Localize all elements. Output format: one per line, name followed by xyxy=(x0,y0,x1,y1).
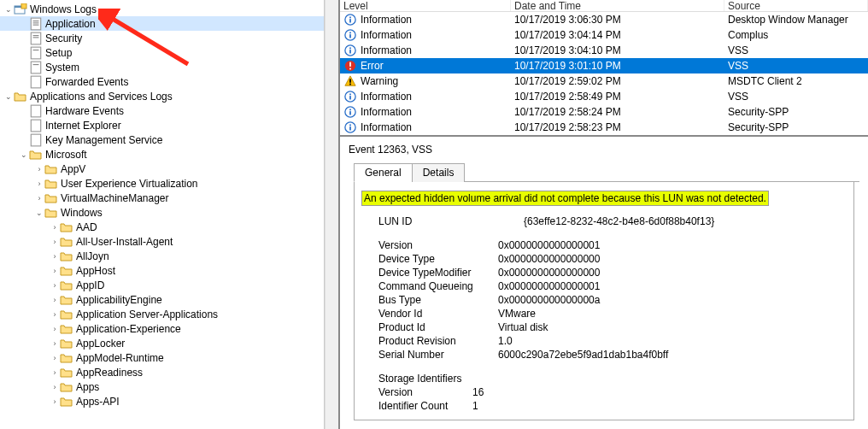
log-file-icon xyxy=(29,32,43,44)
tree-node-appHost[interactable]: ›AppHost xyxy=(0,263,324,278)
chevron-right-icon[interactable]: › xyxy=(50,382,60,392)
event-row[interactable]: Warning10/17/2019 2:59:02 PMMSDTC Client… xyxy=(340,73,868,89)
folder-icon xyxy=(60,367,73,379)
event-row[interactable]: Information10/17/2019 2:58:24 PMSecurity… xyxy=(340,104,868,120)
tree-node-setup[interactable]: Setup xyxy=(0,45,324,60)
tree-label: Application Server-Applications xyxy=(76,309,218,320)
tree-node-apps[interactable]: ›Apps xyxy=(0,379,324,394)
tree-node-kms[interactable]: Key Management Service xyxy=(0,132,324,147)
tree-node-allUser[interactable]: ›All-User-Install-Agent xyxy=(0,234,324,249)
event-row[interactable]: Information10/17/2019 3:04:14 PMComplus xyxy=(340,27,868,43)
tree-label: AAD xyxy=(76,221,97,233)
chevron-right-icon[interactable]: › xyxy=(50,280,60,291)
svg-rect-38 xyxy=(349,109,351,111)
chevron-right-icon[interactable]: › xyxy=(50,338,60,349)
svg-rect-24 xyxy=(349,32,351,34)
col-header-date[interactable]: Date and Time xyxy=(511,0,724,11)
tree-scrollbar[interactable] xyxy=(325,0,338,429)
svg-rect-41 xyxy=(349,125,351,126)
navigation-tree[interactable]: ⌄ Windows Logs Application Security Setu… xyxy=(0,0,325,429)
info-icon xyxy=(343,13,357,26)
col-header-level[interactable]: Level xyxy=(340,0,511,11)
svg-rect-30 xyxy=(349,68,351,70)
chevron-right-icon[interactable]: › xyxy=(50,295,60,305)
event-source: Security-SPP xyxy=(724,121,868,133)
chevron-right-icon[interactable]: › xyxy=(50,309,60,320)
tab-general[interactable]: General xyxy=(354,163,413,182)
event-row[interactable]: Information10/17/2019 3:04:10 PMVSS xyxy=(340,43,868,58)
tree-node-windows-folder[interactable]: ⌄ Windows xyxy=(0,205,324,220)
svg-rect-23 xyxy=(349,34,351,38)
chevron-right-icon[interactable]: › xyxy=(50,397,60,407)
col-header-source[interactable]: Source xyxy=(724,0,868,11)
tree-node-ie[interactable]: Internet Explorer xyxy=(0,118,324,132)
chevron-down-icon[interactable]: ⌄ xyxy=(34,208,44,218)
event-date: 10/17/2019 2:59:02 PM xyxy=(511,75,724,87)
event-level: Information xyxy=(361,44,412,56)
tree-node-applicability[interactable]: ›ApplicabilityEngine xyxy=(0,292,324,307)
tab-details[interactable]: Details xyxy=(412,163,466,182)
chevron-right-icon[interactable]: › xyxy=(34,193,44,203)
chevron-right-icon[interactable]: › xyxy=(50,367,60,378)
chevron-right-icon[interactable]: › xyxy=(34,164,44,174)
tree-node-appsApi[interactable]: ›Apps-API xyxy=(0,394,324,408)
tree-node-appID[interactable]: ›AppID xyxy=(0,278,324,292)
tree-node-appExp[interactable]: ›Application-Experience xyxy=(0,321,324,336)
tree-node-app-services[interactable]: ⌄ Applications and Services Logs xyxy=(0,89,324,103)
tree-node-appv[interactable]: › AppV xyxy=(0,162,324,176)
tree-node-security[interactable]: Security xyxy=(0,31,324,45)
tree-label: Setup xyxy=(45,47,72,59)
chevron-down-icon[interactable]: ⌄ xyxy=(3,91,14,102)
chevron-right-icon[interactable]: › xyxy=(50,251,60,262)
tree-node-allJoyn[interactable]: ›AllJoyn xyxy=(0,249,324,263)
detail-value: 0x0000000000000001 xyxy=(498,238,600,252)
tree-node-application[interactable]: Application xyxy=(0,16,324,31)
detail-key: Device TypeModifier xyxy=(378,266,498,279)
tree-node-uev[interactable]: › User Experience Virtualization xyxy=(0,176,324,191)
detail-message-highlight: An expected hidden volume arrival did no… xyxy=(361,191,769,206)
folder-icon xyxy=(44,192,58,204)
folder-icon xyxy=(44,207,58,219)
event-detail-panel: Event 12363, VSS General Details An expe… xyxy=(340,137,868,429)
svg-rect-14 xyxy=(31,76,40,88)
chevron-right-icon[interactable]: › xyxy=(34,179,44,189)
tree-node-appLocker[interactable]: ›AppLocker xyxy=(0,336,324,350)
folder-icon xyxy=(60,250,73,262)
event-list[interactable]: Level Date and Time Source Information10… xyxy=(340,0,868,137)
svg-rect-2 xyxy=(21,3,26,9)
event-date: 10/17/2019 3:04:10 PM xyxy=(511,44,724,56)
tree-node-hardware-events[interactable]: Hardware Events xyxy=(0,103,324,118)
event-row[interactable]: Information10/17/2019 2:58:23 PMSecurity… xyxy=(340,120,868,135)
tree-label: AllJoyn xyxy=(76,250,109,262)
folder-icon xyxy=(60,236,73,248)
event-row[interactable]: Error10/17/2019 3:01:10 PMVSS xyxy=(340,58,868,73)
event-row[interactable]: Information10/17/2019 3:06:30 PMDesktop … xyxy=(340,12,868,27)
tree-node-microsoft[interactable]: ⌄ Microsoft xyxy=(0,147,324,162)
tree-node-system[interactable]: System xyxy=(0,60,324,74)
chevron-right-icon[interactable]: › xyxy=(50,222,60,232)
chevron-right-icon[interactable]: › xyxy=(50,353,60,363)
chevron-right-icon[interactable]: › xyxy=(50,237,60,247)
chevron-down-icon[interactable]: ⌄ xyxy=(19,150,29,160)
tree-label: Apps xyxy=(76,381,99,393)
svg-rect-20 xyxy=(349,19,351,22)
event-source: VSS xyxy=(724,91,868,103)
tree-node-aad[interactable]: ›AAD xyxy=(0,220,324,234)
chevron-right-icon[interactable]: › xyxy=(50,266,60,276)
tree-node-appModel[interactable]: ›AppModel-Runtime xyxy=(0,350,324,365)
tree-node-appServer[interactable]: ›Application Server-Applications xyxy=(0,307,324,321)
chevron-right-icon[interactable]: › xyxy=(50,324,60,334)
detail-title: Event 12363, VSS xyxy=(349,144,859,156)
tree-node-forwarded[interactable]: Forwarded Events xyxy=(0,74,324,89)
svg-rect-10 xyxy=(31,47,40,59)
event-row[interactable]: Information10/17/2019 2:58:49 PMVSS xyxy=(340,89,868,104)
tree-node-appReadiness[interactable]: ›AppReadiness xyxy=(0,365,324,379)
tree-label: Windows xyxy=(61,207,103,219)
svg-rect-3 xyxy=(31,18,40,30)
chevron-down-icon[interactable]: ⌄ xyxy=(3,4,14,15)
tree-node-windows-logs[interactable]: ⌄ Windows Logs xyxy=(0,2,324,16)
tree-node-vmm[interactable]: › VirtualMachineManager xyxy=(0,191,324,205)
tree-label: Security xyxy=(45,32,82,44)
detail-value: VMware xyxy=(498,307,536,320)
tree-label: Microsoft xyxy=(45,149,87,161)
